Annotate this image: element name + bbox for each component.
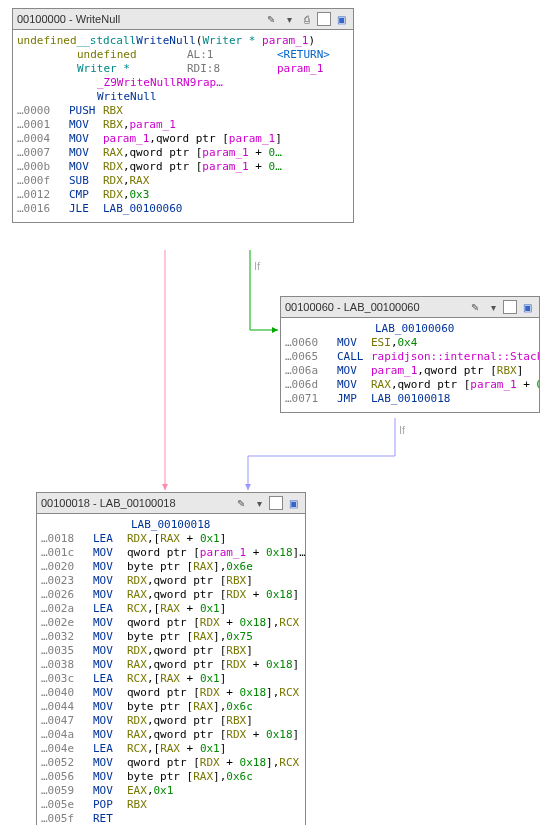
edit-icon[interactable]: ✎: [263, 11, 279, 27]
asm-line: …005ePOPRBX: [41, 798, 299, 812]
window-icon[interactable]: [503, 300, 517, 314]
asm-line: …005fRET: [41, 812, 299, 825]
asm-line: …0044MOVbyte ptr [RAX],0x6c: [41, 700, 299, 714]
block-body: undefined __stdcall WriteNull ( Writer *…: [13, 30, 353, 222]
asm-line: …0016JLELAB_00100060: [17, 202, 347, 216]
asm-line: …0035MOVRDX,qword ptr [RBX]: [41, 644, 299, 658]
block-lab-00100018[interactable]: 00100018 - LAB_00100018 ✎ ▾ ▣ LAB_001000…: [36, 492, 306, 825]
block-lab-00100060[interactable]: 00100060 - LAB_00100060 ✎ ▾ ▣ LAB_001000…: [280, 296, 540, 413]
asm-line: …0018LEARDX,[RAX + 0x1]: [41, 532, 299, 546]
asm-line: …003cLEARCX,[RAX + 0x1]: [41, 672, 299, 686]
dropdown-icon[interactable]: ▾: [281, 11, 297, 27]
asm-line: …004aMOVRAX,qword ptr [RDX + 0x18]: [41, 728, 299, 742]
expand-icon[interactable]: ▣: [519, 299, 535, 315]
asm-line: …0000PUSHRBX: [17, 104, 347, 118]
asm-line: …0071JMPLAB_00100018: [285, 392, 533, 406]
edge-label-if: If: [254, 260, 260, 272]
dropdown-icon[interactable]: ▾: [485, 299, 501, 315]
window-icon[interactable]: [317, 12, 331, 26]
block-title: 00100060 - LAB_00100060: [285, 301, 465, 313]
asm-line: …000fSUBRDX,RAX: [17, 174, 347, 188]
asm-line: …006aMOVparam_1,qword ptr [RBX]: [285, 364, 533, 378]
asm-line: …0040MOVqword ptr [RDX + 0x18],RCX: [41, 686, 299, 700]
asm-line: …0026MOVRAX,qword ptr [RDX + 0x18]: [41, 588, 299, 602]
asm-line: …0047MOVRDX,qword ptr [RBX]: [41, 714, 299, 728]
asm-line: …0052MOVqword ptr [RDX + 0x18],RCX: [41, 756, 299, 770]
asm-line: …0038MOVRAX,qword ptr [RDX + 0x18]: [41, 658, 299, 672]
block-body: LAB_00100018 …0018LEARDX,[RAX + 0x1]…001…: [37, 514, 305, 825]
block-title: 00100000 - WriteNull: [17, 13, 261, 25]
asm-line: …0023MOVRDX,qword ptr [RBX]: [41, 574, 299, 588]
block-header[interactable]: 00100018 - LAB_00100018 ✎ ▾ ▣: [37, 493, 305, 514]
asm-line: …0007MOVRAX,qword ptr [param_1 + 0…: [17, 146, 347, 160]
asm-line: …0012CMPRDX,0x3: [17, 188, 347, 202]
window-icon[interactable]: [269, 496, 283, 510]
asm-line: …0060MOVESI,0x4: [285, 336, 533, 350]
asm-line: …002aLEARCX,[RAX + 0x1]: [41, 602, 299, 616]
asm-line: …006dMOVRAX,qword ptr [param_1 + 0…: [285, 378, 533, 392]
edit-icon[interactable]: ✎: [467, 299, 483, 315]
block-header[interactable]: 00100060 - LAB_00100060 ✎ ▾ ▣: [281, 297, 539, 318]
edit-icon[interactable]: ✎: [233, 495, 249, 511]
asm-line: …0056MOVbyte ptr [RAX],0x6c: [41, 770, 299, 784]
block-writenull[interactable]: 00100000 - WriteNull ✎ ▾ ⎙ ▣ undefined _…: [12, 8, 354, 223]
edge-label-if: If: [399, 424, 405, 436]
asm-line: …0004MOVparam_1,qword ptr [param_1]: [17, 132, 347, 146]
asm-line: …000bMOVRDX,qword ptr [param_1 + 0…: [17, 160, 347, 174]
asm-line: …004eLEARCX,[RAX + 0x1]: [41, 742, 299, 756]
asm-line: …0059MOVEAX,0x1: [41, 784, 299, 798]
dropdown-icon[interactable]: ▾: [251, 495, 267, 511]
expand-icon[interactable]: ▣: [333, 11, 349, 27]
block-header[interactable]: 00100000 - WriteNull ✎ ▾ ⎙ ▣: [13, 9, 353, 30]
block-title: 00100018 - LAB_00100018: [41, 497, 231, 509]
asm-line: …0001MOVRBX,param_1: [17, 118, 347, 132]
asm-line: …001cMOVqword ptr [param_1 + 0x18]…: [41, 546, 299, 560]
asm-line: …0032MOVbyte ptr [RAX],0x75: [41, 630, 299, 644]
asm-line: …002eMOVqword ptr [RDX + 0x18],RCX: [41, 616, 299, 630]
asm-line: …0065CALLrapidjson::internal::Stack: [285, 350, 533, 364]
asm-line: …0020MOVbyte ptr [RAX],0x6e: [41, 560, 299, 574]
print-icon[interactable]: ⎙: [299, 11, 315, 27]
expand-icon[interactable]: ▣: [285, 495, 301, 511]
block-body: LAB_00100060 …0060MOVESI,0x4…0065CALLrap…: [281, 318, 539, 412]
